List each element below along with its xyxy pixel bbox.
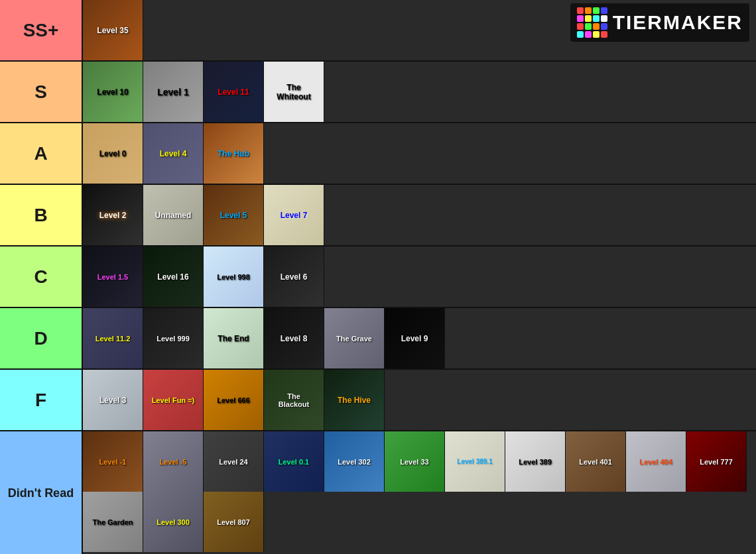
list-item[interactable]: TheBlackout: [264, 370, 324, 430]
tier-row-b: B Level 2 Unnamed Level 5 Level 7: [0, 185, 756, 247]
list-item[interactable]: Level 389: [505, 431, 566, 492]
list-item[interactable]: Level 302: [324, 431, 385, 492]
tier-items-c: Level 1.5 Level 16 Level 998 Level 6: [83, 247, 756, 307]
list-item[interactable]: Level 8: [264, 308, 324, 368]
list-item[interactable]: Level 16: [143, 247, 204, 307]
item-label: Level 7: [279, 209, 309, 221]
logo-text: TiERMAKER: [613, 11, 743, 34]
list-item[interactable]: The Garden: [83, 492, 143, 552]
item-label: Level 0: [98, 148, 128, 160]
list-item[interactable]: Level 33: [385, 431, 445, 492]
list-item[interactable]: Level Fun =): [143, 370, 204, 430]
item-label: The Hub: [216, 148, 251, 160]
list-item[interactable]: Level 11.2: [83, 308, 143, 368]
tier-items-d: Level 11.2 Level 999 The End Level 8 The…: [83, 308, 756, 368]
list-item[interactable]: Level 300: [143, 492, 204, 552]
list-item[interactable]: Level 998: [204, 247, 264, 307]
logo-cell: [601, 23, 607, 30]
tier-row-a: A Level 0 Level 4 The Hub: [0, 123, 756, 185]
tier-label-a: A: [0, 123, 83, 184]
item-label: Level 10: [95, 86, 129, 98]
item-label: Level -1: [98, 457, 128, 467]
item-label: The End: [216, 333, 250, 345]
item-label: Level 0.1: [277, 457, 310, 467]
list-item[interactable]: Level 35: [83, 0, 143, 60]
logo-cell: [577, 15, 584, 22]
list-item[interactable]: The End: [204, 308, 264, 368]
tier-list-container: TiERMAKER SS+ Level 35 S Level 10: [0, 0, 756, 554]
list-item[interactable]: Unnamed: [143, 185, 204, 245]
list-item[interactable]: Level 807: [204, 492, 264, 552]
tier-items-a: Level 0 Level 4 The Hub: [83, 123, 756, 184]
item-label: Level 11: [216, 86, 250, 98]
list-item[interactable]: TheWhiteout: [264, 62, 324, 122]
list-item[interactable]: Level -5: [143, 431, 204, 492]
logo-cell: [593, 7, 599, 14]
logo-cell: [577, 23, 584, 30]
list-item[interactable]: Level 7: [264, 185, 324, 245]
list-item[interactable]: Level 389.1: [445, 431, 505, 492]
logo-cell: [585, 31, 592, 38]
list-item[interactable]: Level 4: [143, 123, 204, 184]
item-label: Level 302: [336, 457, 372, 467]
list-item[interactable]: The Hive: [324, 370, 385, 430]
item-label: Level 777: [698, 457, 734, 467]
list-item[interactable]: Level 11: [204, 62, 264, 122]
item-label: Level 807: [216, 517, 251, 527]
item-label: Level 3: [98, 394, 128, 406]
tier-items-dr-row1: Level -1 Level -5 Level 24 Level 0.1: [83, 431, 756, 492]
logo-cell: [585, 7, 592, 14]
tier-label-s: S: [0, 62, 83, 122]
list-item[interactable]: Level 10: [83, 62, 143, 122]
logo-cell: [593, 31, 599, 38]
item-label: Level 389: [517, 457, 553, 467]
list-item[interactable]: The Grave: [324, 308, 385, 368]
logo-cell: [577, 31, 584, 38]
item-label: Level 8: [279, 333, 309, 345]
list-item[interactable]: The Hub: [204, 123, 264, 184]
logo-cell: [601, 15, 607, 22]
item-label: Level 9: [400, 333, 430, 345]
list-item[interactable]: Level 0.1: [264, 431, 324, 492]
list-item[interactable]: Level 24: [204, 431, 264, 492]
list-item[interactable]: Level 404: [626, 431, 686, 492]
logo-cell: [585, 15, 592, 22]
list-item[interactable]: Level 1.5: [83, 247, 143, 307]
tier-items-dr-row2: The Garden Level 300 Level 807: [83, 492, 756, 552]
logo-cell: [593, 23, 599, 30]
logo-area: TiERMAKER: [570, 3, 749, 42]
item-label: Level 389.1: [456, 457, 493, 467]
item-label: Level 1: [156, 85, 190, 99]
item-label: Unnamed: [154, 209, 193, 221]
item-label: Level 666: [216, 395, 251, 406]
list-item[interactable]: Level 5: [204, 185, 264, 245]
item-label: Level 16: [156, 271, 190, 283]
item-label: Level 401: [578, 457, 613, 467]
tier-items-dr: Level -1 Level -5 Level 24 Level 0.1: [83, 431, 756, 554]
item-label: Level 11.2: [94, 333, 132, 344]
list-item[interactable]: Level 401: [566, 431, 626, 492]
tier-items-s: Level 10 Level 1 Level 11 TheWhiteout: [83, 62, 756, 122]
list-item[interactable]: Level 666: [204, 370, 264, 430]
list-item[interactable]: Level -1: [83, 431, 143, 492]
tier-row-f: F Level 3 Level Fun =) Level 666 TheBlac…: [0, 370, 756, 431]
logo-grid: [577, 7, 607, 38]
item-label: TheBlackout: [277, 391, 310, 410]
item-label: Level 5: [219, 209, 249, 221]
item-label: Level 1.5: [96, 272, 129, 282]
item-label: Level 24: [218, 457, 249, 467]
list-item[interactable]: Level 3: [83, 370, 143, 430]
item-label: Level 999: [155, 333, 191, 344]
list-item[interactable]: Level 777: [686, 431, 747, 492]
list-item[interactable]: Level 999: [143, 308, 204, 368]
list-item[interactable]: Level 0: [83, 123, 143, 184]
list-item[interactable]: Level 1: [143, 62, 204, 122]
list-item[interactable]: Level 6: [264, 247, 324, 307]
tier-row-s: S Level 10 Level 1 Level 11 TheWhiteout: [0, 62, 756, 123]
logo-cell: [593, 15, 599, 22]
list-item[interactable]: Level 9: [385, 308, 445, 368]
tier-label-f: F: [0, 370, 83, 430]
logo-cell: [601, 31, 607, 38]
item-label: Level 33: [399, 457, 430, 467]
list-item[interactable]: Level 2: [83, 185, 143, 245]
